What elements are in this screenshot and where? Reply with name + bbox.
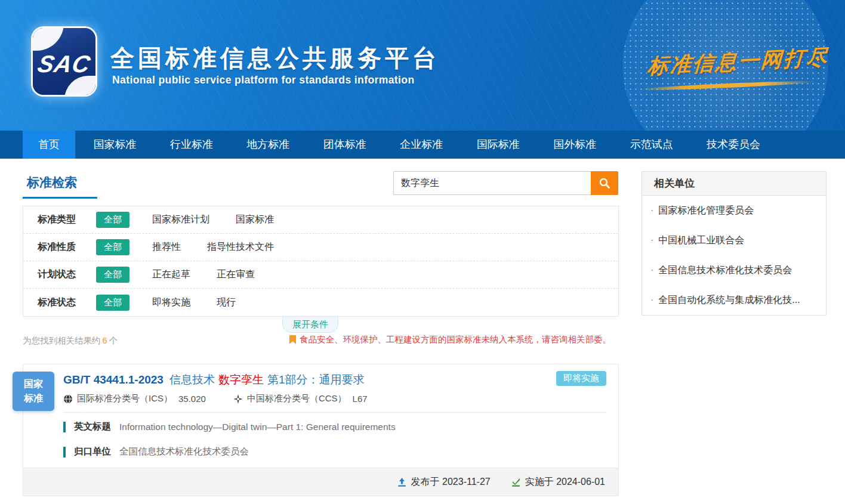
filter-option[interactable]: 即将实施: [152, 296, 190, 309]
ccs-classification: 中国标准分类号（CCS） L67: [233, 393, 368, 404]
related-units-title: 相关单位: [642, 172, 826, 196]
filter-label: 标准类型: [38, 214, 96, 226]
card-divider: [63, 412, 606, 413]
standard-result-card: 国家 标准 GB/T 43441.1-2023信息技术数字孪生第1部分：通用要求…: [23, 364, 619, 496]
attr-bar-decoration: [63, 447, 66, 457]
filter-label: 标准性质: [38, 241, 96, 253]
standard-title-link[interactable]: GB/T 43441.1-2023信息技术数字孪生第1部分：通用要求: [63, 372, 365, 388]
responsible-unit-label: 归口单位: [74, 446, 111, 458]
filter-label: 计划状态: [38, 268, 96, 281]
publish-date: 2023-11-27: [442, 477, 491, 487]
nav-item-industry-standards[interactable]: 行业标准: [155, 131, 229, 159]
responsible-unit-value: 全国信息技术标准化技术委员会: [119, 446, 249, 458]
publish-date-item: 发布于 2023-11-27: [397, 476, 491, 488]
ics-classification: 国际标准分类号（ICS） 35.020: [63, 393, 206, 404]
filter-all-button[interactable]: 全部: [96, 212, 129, 228]
ccs-label: 中国标准分类号（CCS）: [247, 393, 347, 404]
filter-option[interactable]: 正在审查: [217, 268, 255, 281]
publish-upload-icon: [397, 477, 407, 487]
standard-title-part2: 第1部分：通用要求: [267, 373, 365, 386]
filter-row-plan-status: 计划状态 全部 正在起草 正在审查: [23, 261, 618, 289]
nav-item-international-standards[interactable]: 国际标准: [461, 131, 535, 159]
result-count: 为您找到相关结果约6个: [23, 335, 118, 347]
sac-logo-icon[interactable]: SAC: [33, 28, 95, 95]
nav-item-national-standards[interactable]: 国家标准: [78, 131, 152, 159]
national-standard-badge: 国家 标准: [13, 372, 54, 411]
expand-conditions-button[interactable]: 展开条件: [282, 317, 338, 333]
filter-option[interactable]: 国家标准计划: [152, 214, 209, 226]
implement-check-icon: [511, 477, 521, 487]
result-count-suffix: 个: [109, 336, 118, 345]
nav-item-technical-committee[interactable]: 技术委员会: [691, 131, 776, 159]
ccs-value: L67: [353, 394, 368, 404]
result-count-number: 6: [103, 336, 107, 345]
compass-icon: [233, 394, 243, 404]
publish-label: 发布于: [411, 476, 440, 488]
english-title-value: Information technology—Digital twin—Part…: [119, 422, 396, 432]
site-subtitle: National public service platform for sta…: [112, 74, 414, 86]
nav-item-home[interactable]: 首页: [23, 131, 75, 159]
search-icon: [599, 177, 610, 189]
filter-row-standard-type: 标准类型 全部 国家标准计划 国家标准: [23, 206, 618, 234]
filter-row-standard-status: 标准状态 全部 即将实施 现行: [23, 289, 618, 316]
status-badge: 即将实施: [556, 371, 606, 386]
filter-all-button[interactable]: 全部: [96, 295, 129, 311]
page-title-underline: [23, 197, 97, 199]
filter-option[interactable]: 正在起草: [152, 268, 190, 281]
filter-all-button[interactable]: 全部: [96, 239, 129, 255]
filter-label: 标准状态: [38, 296, 96, 309]
sidebar-item-it-standardization-committee[interactable]: 全国信息技术标准化技术委员会: [642, 255, 826, 285]
attr-bar-decoration: [63, 422, 66, 432]
page-title: 标准检索: [27, 174, 77, 191]
card-footer: 发布于 2023-11-27 实施于 2024-06-01: [23, 468, 618, 496]
filter-all-button[interactable]: 全部: [96, 267, 129, 283]
filter-option[interactable]: 现行: [217, 296, 236, 309]
implement-date: 2024-06-01: [556, 477, 605, 487]
ics-value: 35.020: [178, 394, 206, 404]
filter-option[interactable]: 指导性技术文件: [207, 241, 274, 253]
badge-line2: 标准: [13, 391, 54, 406]
globe-icon: [63, 394, 73, 404]
implement-date-item: 实施于 2024-06-01: [511, 476, 605, 488]
site-title: 全国标准信息公共服务平台: [110, 42, 440, 75]
classification-row: 国际标准分类号（ICS） 35.020 中国标准分类号（CCS） L67: [63, 393, 395, 404]
related-units-panel: 相关单位 国家标准化管理委员会 中国机械工业联合会 全国信息技术标准化技术委员会…: [642, 171, 827, 316]
sidebar-item-machinery-federation[interactable]: 中国机械工业联合会: [642, 225, 826, 255]
filter-row-standard-nature: 标准性质 全部 推荐性 指导性技术文件: [23, 234, 618, 261]
site-header: SAC 全国标准信息公共服务平台 National public service…: [0, 0, 845, 131]
badge-line1: 国家: [13, 377, 54, 391]
implement-label: 实施于: [525, 476, 554, 488]
sidebar-item-automation-committee[interactable]: 全国自动化系统与集成标准化技...: [642, 285, 826, 315]
sidebar-item-sac[interactable]: 国家标准化管理委员会: [642, 196, 826, 225]
nav-item-foreign-standards[interactable]: 国外标准: [538, 131, 612, 159]
search-input[interactable]: [393, 171, 591, 195]
system-notice: 食品安全、环境保护、工程建设方面的国家标准未纳入本系统，请咨询相关部委。: [289, 334, 611, 345]
nav-item-pilot[interactable]: 示范试点: [615, 131, 689, 159]
main-nav: 首页 国家标准 行业标准 地方标准 团体标准 企业标准 国际标准 国外标准 示范…: [0, 131, 845, 159]
bookmark-icon: [289, 335, 296, 344]
nav-item-group-standards[interactable]: 团体标准: [308, 131, 382, 159]
standard-title-part1: 信息技术: [169, 373, 215, 386]
english-title-label: 英文标题: [74, 420, 111, 433]
standard-title-highlight: 数字孪生: [218, 373, 264, 386]
filter-option[interactable]: 国家标准: [236, 214, 274, 226]
notice-text: 食品安全、环境保护、工程建设方面的国家标准未纳入本系统，请咨询相关部委。: [300, 334, 611, 345]
page: SAC 全国标准信息公共服务平台 National public service…: [0, 0, 845, 504]
standard-code: GB/T 43441.1-2023: [63, 373, 164, 386]
result-count-prefix: 为您找到相关结果约: [23, 336, 101, 345]
english-title-row: 英文标题 Information technology—Digital twin…: [63, 420, 396, 433]
nav-item-local-standards[interactable]: 地方标准: [231, 131, 305, 159]
responsible-unit-row: 归口单位 全国信息技术标准化技术委员会: [63, 446, 249, 458]
ics-label: 国际标准分类号（ICS）: [77, 393, 172, 404]
filter-panel: 标准类型 全部 国家标准计划 国家标准 标准性质 全部 推荐性 指导性技术文件 …: [23, 206, 619, 317]
search-button[interactable]: [591, 171, 618, 195]
filter-option[interactable]: 推荐性: [152, 241, 181, 253]
nav-item-enterprise-standards[interactable]: 企业标准: [384, 131, 458, 159]
sac-logo-text: SAC: [33, 51, 95, 78]
